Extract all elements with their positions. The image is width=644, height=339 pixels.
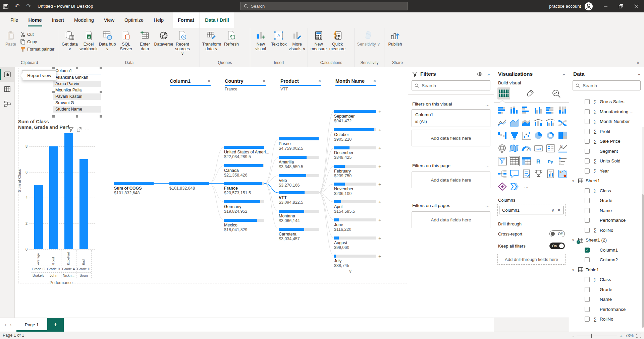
tab-view[interactable]: View	[99, 12, 119, 28]
field-item-segment[interactable]: Segment	[569, 146, 642, 156]
columns-field-well[interactable]: Column1 ∨✕	[497, 204, 566, 216]
restore-button[interactable]	[613, 0, 629, 12]
save-icon[interactable]	[0, 0, 11, 12]
field-item-rollno[interactable]: ∑RollNo	[569, 225, 642, 235]
zoom-slider[interactable]	[577, 336, 617, 336]
tree-node-november[interactable]: November$236,100+	[334, 183, 376, 196]
expand-node-icon[interactable]: +	[378, 218, 381, 222]
remove-level-icon[interactable]: ✕	[373, 79, 376, 83]
data-pane-scrollbar[interactable]	[642, 127, 644, 328]
visual-waterfall-chart-icon[interactable]	[497, 131, 507, 141]
visual-card-icon[interactable]: 123	[533, 143, 544, 153]
bar-average[interactable]	[34, 185, 43, 249]
expand-node-icon[interactable]: +	[378, 255, 381, 258]
filter-funnel-icon[interactable]	[68, 127, 73, 132]
undo-icon[interactable]: ↶	[11, 0, 23, 12]
field-item-name[interactable]: Name	[569, 294, 642, 304]
field-item-name[interactable]: Name	[569, 206, 642, 216]
field-checkbox[interactable]	[585, 307, 590, 312]
sql-server-button[interactable]: SQL Server	[117, 29, 136, 51]
tree-node-carretera[interactable]: Carretera$3,034,457	[279, 228, 319, 241]
table-item-sheet1[interactable]: ∨Sheet1	[569, 176, 642, 186]
quick-measure-button[interactable]: Quick measure	[328, 29, 347, 51]
zoom-in-icon[interactable]: +	[620, 333, 623, 339]
keep-all-filters-toggle[interactable]: On	[549, 243, 565, 249]
enter-data-button[interactable]: Enter data	[136, 29, 154, 51]
field-item-class[interactable]: ∑Class	[569, 275, 642, 285]
sidebar-item-data-view[interactable]	[0, 82, 15, 96]
eye-icon[interactable]	[477, 72, 483, 76]
visual-100-stacked-bar-chart-icon[interactable]	[545, 105, 556, 115]
visual-slicer-icon[interactable]	[497, 156, 507, 166]
expand-node-icon[interactable]: +	[378, 128, 381, 132]
avatar[interactable]	[584, 2, 593, 11]
expand-node-icon[interactable]: +	[378, 165, 381, 168]
slicer-item[interactable]: Akanksha Ginkan	[53, 74, 101, 81]
visual-donut-chart-icon[interactable]	[545, 131, 556, 141]
chevron-down-icon[interactable]: ∨	[572, 179, 576, 183]
field-checkbox[interactable]	[585, 158, 590, 163]
chevron-down-icon[interactable]: ∨	[572, 268, 576, 272]
section-more-icon[interactable]: …	[485, 101, 490, 107]
field-item-manufacturing-[interactable]: ∑Manufacturing ...	[569, 107, 642, 117]
copy-button[interactable]: Copy	[20, 39, 54, 45]
paste-button[interactable]: Paste	[1, 29, 20, 47]
minimize-button[interactable]	[598, 0, 613, 12]
expand-node-icon[interactable]: +	[378, 236, 381, 240]
bar-good[interactable]	[49, 146, 58, 249]
field-checkbox[interactable]	[585, 198, 590, 203]
expand-node-icon[interactable]: +	[378, 183, 381, 186]
more-options-icon[interactable]: ⋯	[85, 127, 90, 132]
bar-chart-visual[interactable]: Sum of Class Name, Grade and Perf ⋯ Sum …	[18, 119, 102, 288]
visual-power-apps-icon[interactable]	[497, 182, 507, 192]
field-checkbox[interactable]	[585, 99, 590, 104]
tab-insert[interactable]: Insert	[47, 12, 69, 28]
tree-node-sum-of-cogs[interactable]: Sum of COGS$101,832,648	[114, 182, 154, 195]
resize-handle[interactable]	[100, 115, 102, 118]
table-item-table1[interactable]: ∨Table1	[569, 265, 642, 275]
resize-handle[interactable]	[76, 67, 78, 69]
visual-matrix-icon[interactable]	[521, 156, 532, 166]
collapse-data-icon[interactable]: »	[638, 72, 640, 77]
visual-paginated-report-icon[interactable]	[545, 169, 556, 179]
remove-level-icon[interactable]: ✕	[262, 79, 266, 83]
visual-line-and-clustered-column-chart-icon[interactable]	[545, 118, 556, 128]
analytics-tab[interactable]	[550, 87, 562, 99]
field-pill-column1[interactable]: Column1 ∨✕	[499, 206, 564, 214]
data-search[interactable]	[573, 80, 641, 90]
visual-ribbon-chart-icon[interactable]	[557, 118, 568, 128]
tab-data-drill[interactable]: Data / Drill	[200, 12, 234, 28]
field-checkbox[interactable]	[585, 149, 590, 154]
get-data-button[interactable]: Get data ∨	[60, 29, 79, 51]
tree-node-vtt[interactable]: VTT$3,094,822.5	[279, 191, 319, 205]
field-checkbox[interactable]	[585, 208, 590, 213]
field-checkbox[interactable]	[585, 317, 590, 322]
field-item-performance[interactable]: Performance	[569, 215, 642, 225]
cross-report-toggle[interactable]: Off	[549, 230, 565, 237]
collapse-ribbon-icon[interactable]: ∧	[637, 60, 639, 65]
data-search-input[interactable]	[583, 83, 633, 88]
tree-node-germany[interactable]: Germany$19,824,952	[224, 200, 264, 214]
visual-r-script-visual-icon[interactable]: R	[533, 156, 544, 166]
field-checkbox[interactable]: ✓	[585, 248, 590, 253]
tree-node-july[interactable]: July$38,745+	[334, 255, 376, 268]
collapse-filters-icon[interactable]: »	[487, 72, 490, 77]
visual-100-stacked-column-chart-icon[interactable]	[557, 105, 568, 115]
text-box-button[interactable]: A Text box	[270, 29, 288, 47]
bar-bad[interactable]	[79, 159, 88, 249]
slicer-item[interactable]: Asma Parvin	[53, 81, 101, 87]
visual-map-icon[interactable]	[497, 143, 507, 153]
transform-data-button[interactable]: Transform data ∨	[201, 29, 222, 51]
fit-to-page-icon[interactable]	[636, 334, 641, 338]
visual-clustered-column-chart-icon[interactable]	[533, 105, 544, 115]
visual-funnel-chart-icon[interactable]	[509, 131, 520, 141]
visual-stacked-bar-chart-icon[interactable]	[497, 105, 507, 115]
build-visual-tab[interactable]	[497, 87, 510, 99]
add-fields-all[interactable]: Add data fields here	[412, 211, 490, 228]
field-item-rollno[interactable]: ∑RollNo	[569, 314, 642, 324]
visual-line-chart-icon[interactable]	[497, 118, 507, 128]
expand-node-icon[interactable]: +	[378, 200, 381, 204]
field-item-units-sold[interactable]: ∑Units Sold	[569, 156, 642, 166]
filter-card-column1[interactable]: Column1 is (All)	[412, 109, 490, 127]
recent-sources-button[interactable]: Recent sources ∨	[173, 29, 192, 56]
